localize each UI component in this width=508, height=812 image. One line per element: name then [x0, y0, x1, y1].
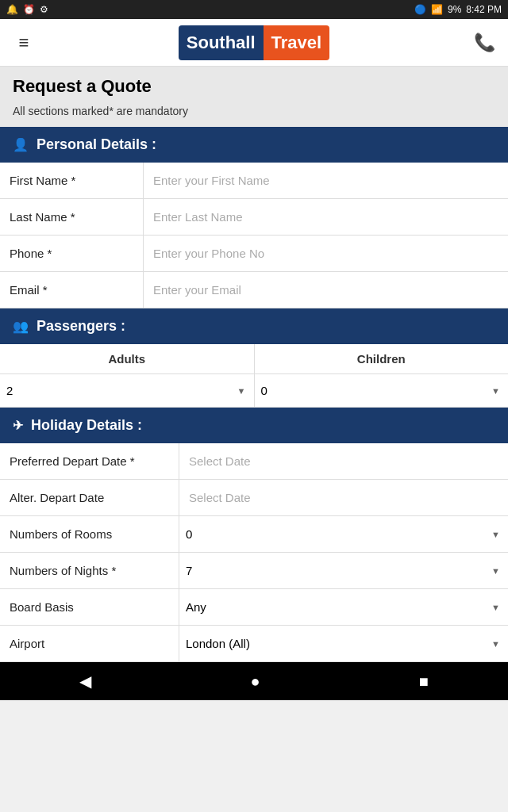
email-label: Email * — [0, 272, 143, 308]
header: ≡ Southall Travel 📞 — [0, 19, 508, 67]
airport-label: Airport — [0, 626, 179, 661]
children-select-wrapper: 0 1 2 3 4 5 6 — [255, 374, 509, 407]
adults-select[interactable]: 1 2 3 4 5 6 7 8 — [0, 374, 254, 407]
board-basis-label: Board Basis — [0, 589, 179, 625]
logo-orange: Travel — [264, 25, 330, 60]
rooms-select-wrapper: 0 1 2 3 4 5 — [179, 516, 508, 552]
signal-icon: 📶 — [431, 4, 443, 15]
preferred-depart-date-input[interactable] — [179, 443, 508, 479]
alter-depart-date-row: Alter. Depart Date — [0, 480, 508, 516]
nights-label: Numbers of Nights * — [0, 553, 179, 588]
personal-details-section-header: Personal Details : — [0, 127, 508, 163]
first-name-row: First Name * — [0, 163, 508, 199]
alter-depart-date-input[interactable] — [179, 480, 508, 515]
phone-label: Phone * — [0, 236, 143, 271]
airport-select[interactable]: London (All) Heathrow Gatwick Stansted M… — [179, 626, 508, 661]
bluetooth-icon: 🔵 — [414, 4, 426, 15]
preferred-depart-date-label: Preferred Depart Date * — [0, 443, 179, 479]
rooms-row: Numbers of Rooms 0 1 2 3 4 5 — [0, 516, 508, 553]
holiday-details-section-header: Holiday Details : — [0, 408, 508, 443]
page-subtitle: All sections marked* are mandatory — [0, 100, 508, 127]
passengers-column-headers: Adults Children — [0, 344, 508, 374]
airport-select-wrapper: London (All) Heathrow Gatwick Stansted M… — [179, 626, 508, 661]
settings-icon: ⚙ — [40, 4, 48, 15]
email-row: Email * — [0, 272, 508, 308]
page-title-area: Request a Quote — [0, 67, 508, 100]
board-basis-select-wrapper: Any Bed & Breakfast Half Board Full Boar… — [179, 589, 508, 625]
logo: Southall Travel — [48, 25, 460, 60]
email-input[interactable] — [143, 272, 508, 308]
battery-text: 9% — [448, 4, 461, 15]
plane-icon — [13, 417, 23, 434]
rooms-select[interactable]: 0 1 2 3 4 5 — [179, 516, 508, 552]
adults-col-header: Adults — [0, 344, 255, 373]
children-select[interactable]: 0 1 2 3 4 5 6 — [255, 374, 509, 407]
person-icon — [13, 136, 29, 153]
nights-select-wrapper: 1 2 3 4 5 6 7 8 9 10 14 — [179, 553, 508, 588]
status-bar-right: 🔵 📶 9% 8:42 PM — [414, 4, 502, 15]
recents-button[interactable]: ■ — [403, 666, 444, 697]
alter-depart-date-label: Alter. Depart Date — [0, 480, 179, 515]
airport-row: Airport London (All) Heathrow Gatwick St… — [0, 626, 508, 662]
menu-button[interactable]: ≡ — [0, 33, 48, 53]
phone-row: Phone * — [0, 236, 508, 272]
nights-row: Numbers of Nights * 1 2 3 4 5 6 7 8 9 10… — [0, 553, 508, 589]
bottom-nav: ◀ ● ■ — [0, 662, 508, 700]
rooms-label: Numbers of Rooms — [0, 516, 179, 552]
phone-input[interactable] — [143, 236, 508, 271]
holiday-details-label: Holiday Details : — [31, 417, 142, 434]
first-name-label: First Name * — [0, 163, 143, 198]
children-col-header: Children — [255, 344, 509, 373]
status-bar: 🔔 ⏰ ⚙ 🔵 📶 9% 8:42 PM — [0, 0, 508, 19]
status-bar-left: 🔔 ⏰ ⚙ — [6, 4, 48, 15]
personal-details-label: Personal Details : — [37, 136, 156, 153]
preferred-depart-date-row: Preferred Depart Date * — [0, 443, 508, 480]
last-name-label: Last Name * — [0, 199, 143, 235]
passengers-section-header: Passengers : — [0, 308, 508, 344]
last-name-input[interactable] — [143, 199, 508, 235]
people-icon — [13, 318, 29, 335]
time-display: 8:42 PM — [466, 4, 502, 15]
back-button[interactable]: ◀ — [64, 665, 107, 697]
first-name-input[interactable] — [143, 163, 508, 198]
last-name-row: Last Name * — [0, 199, 508, 236]
logo-blue: Southall — [179, 25, 264, 60]
logo-box: Southall Travel — [179, 25, 329, 60]
page-title: Request a Quote — [13, 76, 495, 97]
passengers-selects-row: 1 2 3 4 5 6 7 8 0 1 2 3 4 5 6 — [0, 374, 508, 408]
adults-select-wrapper: 1 2 3 4 5 6 7 8 — [0, 374, 255, 407]
board-basis-select[interactable]: Any Bed & Breakfast Half Board Full Boar… — [179, 589, 508, 625]
board-basis-row: Board Basis Any Bed & Breakfast Half Boa… — [0, 589, 508, 626]
home-button[interactable]: ● — [234, 666, 275, 697]
alarm-icon: ⏰ — [23, 4, 35, 15]
nights-select[interactable]: 1 2 3 4 5 6 7 8 9 10 14 — [179, 553, 508, 588]
passengers-label: Passengers : — [37, 318, 125, 335]
phone-button[interactable]: 📞 — [460, 33, 508, 53]
notification-icon: 🔔 — [6, 4, 18, 15]
